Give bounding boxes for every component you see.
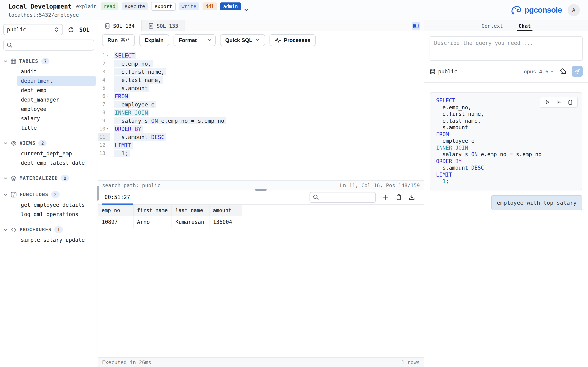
tree-section-procedures-header[interactable]: PROCEDURES 1: [3, 225, 94, 234]
permission-badge: explain: [75, 2, 98, 10]
editor-gutter[interactable]: 3 ▾: [98, 68, 110, 76]
explain-button[interactable]: Explain: [139, 34, 169, 46]
tree-section-views-header[interactable]: VIEWS 2: [3, 138, 94, 148]
editor-tab[interactable]: SQL 133: [141, 20, 185, 31]
search-path-status: search_path: public: [102, 182, 160, 188]
split-view-button[interactable]: [412, 21, 420, 30]
column-header: first_name: [133, 205, 172, 216]
tree-items-functions: get_employee_detailslog_dml_operations: [15, 200, 94, 220]
editor-gutter[interactable]: 1 ▾: [98, 51, 110, 59]
tree-item[interactable]: dept_emp_latest_date: [17, 158, 96, 167]
search-icon: [7, 42, 13, 48]
chevron-down-icon: [550, 69, 554, 73]
sidebar-search-input[interactable]: [15, 42, 91, 49]
copy-snippet-button[interactable]: [568, 100, 573, 105]
editor-gutter[interactable]: 8 ▾: [98, 108, 110, 117]
snippet-code: SELECT e.emp_no, e.first_name, e.last_na…: [436, 98, 576, 185]
tree-section-tables-header[interactable]: TABLES 7: [3, 56, 94, 66]
editor-gutter[interactable]: 2 ▾: [98, 59, 110, 68]
tab-context[interactable]: Context: [480, 20, 504, 31]
download-results-button[interactable]: [409, 194, 415, 200]
chevron-down-icon: [3, 59, 8, 63]
search-icon: [313, 194, 319, 200]
tree-section-label: TABLES: [19, 58, 38, 64]
column-header: emp_no: [98, 205, 133, 216]
editor-gutter[interactable]: 10 ▾: [98, 125, 110, 133]
chat-thread: SELECT e.emp_no, e.first_name, e.last_na…: [424, 83, 588, 367]
tree-item[interactable]: salary: [17, 114, 96, 123]
tree-item[interactable]: simple_salary_update: [17, 235, 96, 245]
code-token: LIMIT: [436, 171, 452, 178]
avatar[interactable]: A: [568, 4, 580, 16]
editor-line-text: e.emp_no,: [110, 59, 153, 68]
quick-sql-button[interactable]: Quick SQL: [220, 34, 265, 46]
tree-item[interactable]: audit: [17, 67, 96, 76]
model-selector[interactable]: opus-4.6: [524, 68, 554, 75]
tree-item[interactable]: title: [17, 123, 96, 133]
schema-select[interactable]: public: [3, 24, 63, 35]
tree-section-materialized: MATERIALIZED 0: [3, 173, 94, 185]
fold-marker-icon[interactable]: ▾: [105, 51, 109, 59]
format-button[interactable]: Format: [173, 34, 215, 46]
context-schema[interactable]: public: [430, 68, 457, 75]
send-button[interactable]: [572, 66, 583, 77]
format-label: Format: [174, 34, 201, 45]
tree-item[interactable]: log_dml_operations: [17, 210, 96, 219]
model-name: opus-4.6: [524, 68, 548, 75]
snippet-line: e.first_name,: [436, 111, 576, 118]
add-row-button[interactable]: [383, 194, 389, 200]
editor-gutter[interactable]: 12 ▾: [98, 141, 110, 149]
editor-gutter[interactable]: 4 ▾: [98, 76, 110, 84]
editor-gutter[interactable]: 7 ▾: [98, 100, 110, 108]
tree-item[interactable]: employee: [17, 104, 96, 114]
run-shortcut: ⌘↵: [121, 37, 130, 43]
refresh-button[interactable]: [68, 26, 74, 33]
code-token: BY: [455, 158, 462, 164]
run-snippet-button[interactable]: [545, 100, 550, 105]
results-resize-handle[interactable]: [255, 189, 267, 191]
tab-chat-label: Chat: [519, 23, 531, 29]
tree-item[interactable]: dept_manager: [17, 95, 96, 104]
row-count: 1 rows: [401, 359, 420, 365]
editor-gutter[interactable]: 13 ▾: [98, 149, 110, 157]
tree-item[interactable]: current_dept_emp: [17, 149, 96, 158]
editor-gutter[interactable]: 6 ▾: [98, 92, 110, 100]
connection-menu-button[interactable]: [243, 7, 249, 13]
clipboard-icon: [568, 100, 573, 105]
sidebar-search[interactable]: [3, 40, 94, 50]
tree-item[interactable]: dept_emp: [17, 86, 96, 95]
editor-line: 6 ▾ FROM: [98, 92, 424, 100]
code-brackets-icon: [11, 226, 17, 233]
code-token: 1: [121, 150, 125, 157]
tree-item[interactable]: department: [17, 76, 96, 86]
results-search[interactable]: [310, 192, 376, 203]
results-search-input[interactable]: [321, 194, 372, 201]
code-token: s.amount: [115, 85, 148, 91]
tree-section-materialized-header[interactable]: MATERIALIZED 0: [3, 173, 94, 183]
tree-item[interactable]: get_employee_details: [17, 200, 96, 210]
processes-button[interactable]: Processes: [269, 34, 316, 46]
code-token: e.first_name,: [115, 68, 164, 75]
editor-gutter[interactable]: 9 ▾: [98, 117, 110, 125]
sql-editor[interactable]: 1 ▾ SELECT 2 ▾ e.emp_no, 3 ▾: [98, 49, 424, 180]
tab-chat[interactable]: Chat: [517, 20, 532, 31]
table-row[interactable]: 10897ArnoKumaresan136004: [98, 216, 424, 228]
format-dropdown-button[interactable]: [204, 34, 215, 45]
editor-line-text: salary s ON e.emp_no = s.emp_no: [110, 117, 226, 125]
tree-section-functions-header[interactable]: ƒ FUNCTIONS 2: [3, 190, 94, 200]
code-token: ORDER: [436, 158, 452, 164]
editor-line-text: FROM: [110, 92, 130, 100]
copy-results-button[interactable]: [396, 194, 402, 200]
chat-input[interactable]: [430, 36, 583, 61]
sql-mode-label[interactable]: SQL: [79, 26, 90, 33]
editor-gutter[interactable]: 5 ▾: [98, 84, 110, 92]
fold-marker-icon[interactable]: ▾: [105, 125, 109, 133]
editor-gutter[interactable]: 11 ▾: [98, 133, 110, 141]
clear-chat-button[interactable]: [559, 68, 566, 75]
code-token: BY: [135, 125, 141, 132]
fold-marker-icon[interactable]: ▾: [105, 92, 109, 100]
insert-snippet-button[interactable]: [556, 100, 562, 105]
editor-tab[interactable]: SQL 134: [98, 20, 141, 31]
result-timer-tab[interactable]: 00:51:27: [102, 190, 132, 205]
run-button[interactable]: Run ⌘↵: [102, 34, 135, 46]
